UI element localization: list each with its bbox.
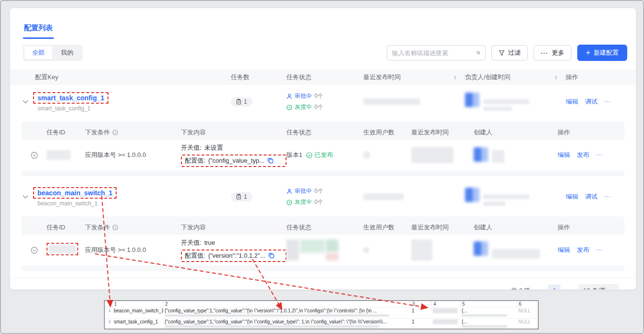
sub-header-condition-label: 下发条件 [85, 223, 110, 232]
page-size-value: 10 条/页 [583, 286, 606, 290]
filter-button[interactable]: 过滤 [491, 45, 528, 60]
edit-link[interactable]: 编辑 [566, 97, 578, 106]
plus-icon: + [586, 49, 590, 57]
sort-publish-time[interactable]: ▲▼ [453, 75, 457, 80]
publish-link[interactable]: 发布 [577, 246, 589, 254]
toolbar-right: 过滤 ··· 更多 + 新建配置 [387, 45, 627, 61]
sql-obj-text: {... [462, 308, 467, 313]
table-row: beacon_main_switch_1 beacon_main_switch_… [10, 181, 636, 213]
tab-config-list[interactable]: 配置列表 [23, 24, 54, 39]
sql-grid-row[interactable]: 2 smart_task_config_1 {"config_value_typ… [105, 318, 538, 329]
sub-header-creator: 创建人 [474, 128, 558, 137]
annotation-box: smart_task_config_1 [33, 92, 108, 104]
version-label: 版本1 [286, 151, 302, 159]
header-owner: 负责人/创建时间 ▲▼ [465, 73, 566, 82]
copy-icon[interactable] [267, 157, 274, 164]
page-size-select[interactable]: 10 条/页 [578, 284, 619, 290]
sql-grid-header: 1 2 3 4 5 6 [105, 301, 538, 307]
task-count-badge: 1 [231, 97, 252, 107]
task-count-badge: 1 [231, 192, 252, 202]
publish-time-cell [411, 147, 474, 163]
config-key-link[interactable]: beacon_main_switch_1 [37, 189, 112, 197]
sql-null-cell: NULL [517, 319, 538, 325]
sub-header-condition-label: 下发条件 [85, 128, 110, 137]
expanded-task-panel: 任务ID 下发条件 下发内容 任务状态 生效用户数 最近发布时间 创建人 操作 … [22, 121, 624, 176]
creator-cell [474, 241, 558, 259]
edit-link[interactable]: 编辑 [566, 192, 578, 201]
task-status-cell: 版本1 已发布 [286, 151, 363, 159]
edit-link[interactable]: 编辑 [558, 246, 570, 254]
chevron-down-icon[interactable] [23, 100, 28, 104]
clipboard-icon [236, 99, 241, 105]
config-key-cell: smart_task_config_1 smart_task_config_1 [23, 92, 231, 112]
subrow-more-link[interactable]: ··· [596, 151, 602, 159]
prev-page-button[interactable]: ‹ [537, 286, 541, 290]
sql-grid-row[interactable]: 1 beacon_main_switch_1 {"config_value_ty… [105, 307, 538, 318]
clock-icon [286, 105, 292, 110]
sql-json-cell: {"config_value_type":1,"config_value":"{… [163, 308, 410, 317]
more-button[interactable]: ··· 更多 [534, 45, 572, 60]
config-key-cell: beacon_main_switch_1 beacon_main_switch_… [23, 187, 231, 207]
config-value-label: 配置值: [185, 156, 205, 165]
expand-circle-icon[interactable] [31, 152, 38, 159]
page-number[interactable]: 1 [548, 285, 561, 290]
sub-header-content: 下发内容 [181, 128, 286, 137]
subtable-header: 任务ID 下发条件 下发内容 任务状态 生效用户数 最近发布时间 创建人 操作 [22, 125, 624, 140]
segment-all[interactable]: 全部 [24, 46, 52, 60]
content-cell: 开关值: 未设置 配置值: {"config_value_typ... [181, 143, 286, 167]
segment-mine[interactable]: 我的 [53, 46, 81, 60]
subrow-more-link[interactable]: ··· [596, 246, 602, 254]
header-publish-time-label: 最近发布时间 [363, 73, 401, 82]
owner-cell [465, 188, 566, 206]
row-more-link[interactable]: ··· [604, 97, 610, 106]
condition-cell: 应用版本号 >= 1.0.0.0 [85, 151, 181, 159]
config-key-link[interactable]: smart_task_config_1 [37, 94, 104, 102]
create-config-button[interactable]: + 新建配置 [577, 45, 627, 61]
edit-link[interactable]: 编辑 [558, 151, 570, 159]
config-value-text: {"version":"1.0.1.2"... [208, 252, 265, 259]
task-status-cell: 审批中 0个 灰度中 0个 [286, 92, 363, 111]
sql-obj-cell: {... [460, 319, 517, 328]
content-cell: 开关值: true 配置值: {"version":"1.0.1.2"... [181, 239, 286, 262]
switch-label: 开关值: [181, 239, 202, 247]
search-box[interactable] [387, 45, 486, 60]
expanded-task-panel: 任务ID 下发条件 下发内容 任务状态 生效用户数 最近发布时间 创建人 操作 [22, 216, 624, 271]
table-header: 配置Key 任务数 任务状态 最近发布时间 ▲▼ 负责人/创建时间 ▲▼ 操作 [10, 70, 636, 85]
search-icon[interactable] [477, 49, 480, 56]
debug-link[interactable]: 调试 [585, 97, 597, 106]
switch-label: 开关值: [181, 143, 202, 152]
sql-key-cell: smart_task_config_1 [112, 319, 163, 325]
sub-header-status: 任务状态 [286, 223, 363, 232]
config-list-card: 配置列表 全部 我的 过滤 ··· 更多 [10, 8, 636, 290]
sql-json-text: {"config_value_type":1,"config_value":"{… [165, 308, 377, 313]
approval-status-count: 0个 [314, 92, 323, 100]
publish-link[interactable]: 发布 [577, 151, 589, 159]
screenshot-frame: 配置列表 全部 我的 过滤 ··· 更多 [0, 0, 644, 334]
check-circle-icon [306, 152, 312, 158]
more-ellipsis-icon: ··· [541, 49, 549, 57]
sql-result-grid: 1 2 3 4 5 6 1 beacon_main_switch_1 {"con… [104, 300, 538, 329]
row-more-link[interactable]: ··· [604, 192, 610, 201]
info-icon[interactable] [112, 130, 118, 135]
copy-icon[interactable] [268, 252, 274, 259]
expand-circle-icon[interactable] [31, 247, 38, 254]
sub-header-content: 下发内容 [181, 223, 286, 232]
table-row: smart_task_config_1 smart_task_config_1 … [10, 86, 636, 118]
sort-owner[interactable]: ▲▼ [554, 75, 558, 80]
sql-json-cell: {"config_value_type":1,"config_value":"{… [163, 319, 410, 328]
sql-json-text: {"config_value_type":1,"config_value":"{… [165, 319, 387, 324]
annotation-box: 配置值: {"config_value_typ... [181, 155, 286, 167]
sql-type-cell: 1 [410, 319, 431, 325]
config-value-label: 配置值: [185, 251, 205, 260]
sql-key-cell: beacon_main_switch_1 [112, 308, 163, 314]
search-input[interactable] [392, 49, 477, 57]
next-page-button[interactable]: › [567, 286, 572, 290]
info-icon[interactable] [112, 225, 118, 230]
subrow-actions: 编辑 发布 ··· [558, 246, 624, 254]
sql-blur-cell [431, 319, 460, 325]
task-count-cell: 1 [231, 192, 286, 202]
debug-link[interactable]: 调试 [585, 192, 597, 201]
row-actions: 编辑 调试 ··· [566, 97, 624, 106]
sub-header-actions: 操作 [558, 128, 624, 137]
chevron-down-icon[interactable] [23, 195, 28, 199]
